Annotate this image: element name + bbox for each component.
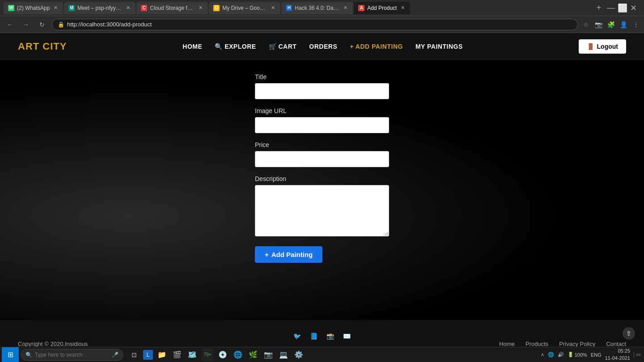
lock-icon: 🔒 [58, 21, 64, 28]
taskbar-search-input[interactable] [35, 352, 109, 358]
nav-item-add-painting[interactable]: + ADD PAINTING [350, 42, 403, 51]
image-url-group: Image URL [255, 107, 389, 133]
nav-item-orders[interactable]: ORDERS [309, 42, 337, 51]
address-bar-row: ← → ↻ 🔒 http://localhost:3000/add-produc… [0, 16, 644, 33]
maximize-button[interactable]: ⬜ [618, 3, 627, 13]
nav-item-my-paintings[interactable]: MY PAINTINGS [415, 42, 463, 51]
plus-icon: + [350, 43, 354, 50]
price-group: Price [255, 141, 389, 167]
language-indicator: ENG [591, 352, 602, 358]
address-bar[interactable]: 🔒 http://localhost:3000/add-product [52, 19, 578, 30]
close-button[interactable]: ✕ [630, 3, 637, 13]
speaker-icon[interactable]: 🔊 [558, 352, 564, 358]
settings-icon[interactable]: ⚙️ [292, 349, 305, 361]
notes-icon[interactable]: L [143, 350, 153, 360]
tab-addproduct[interactable]: AAdd Product✕ [354, 2, 410, 14]
tab-label-drive: My Drive – Google Drive [222, 5, 267, 11]
nav-item-home[interactable]: HOME [182, 42, 202, 51]
counter-icon[interactable]: 79+ [201, 349, 214, 361]
profile-icon[interactable]: 👤 [619, 20, 628, 29]
files-icon[interactable]: 📁 [156, 349, 168, 361]
title-group: Title [255, 73, 389, 99]
logout-button[interactable]: 🚪 Logout [579, 39, 626, 54]
description-label: Description [255, 175, 389, 182]
tab-favicon-whatsapp: W [8, 5, 14, 11]
window-controls: — ⬜ ✕ [607, 3, 637, 13]
browser-icon[interactable]: 🌐 [232, 349, 244, 361]
nav-item-explore[interactable]: 🔍 EXPLORE [215, 42, 256, 51]
add-painting-button[interactable]: + Add Painting [255, 246, 322, 263]
brand-logo[interactable]: ART CITY [18, 41, 67, 52]
tab-close-hack[interactable]: ✕ [342, 5, 348, 11]
add-icon: + [265, 251, 269, 258]
tab-whatsapp[interactable]: W(2) WhatsApp✕ [4, 2, 63, 14]
nav-link-explore[interactable]: 🔍 EXPLORE [215, 43, 256, 50]
tab-favicon-drive: D [213, 5, 220, 11]
tab-favicon-addproduct: A [358, 5, 364, 11]
nav-link-cart[interactable]: 🛒 CART [269, 43, 297, 50]
tab-label-whatsapp: (2) WhatsApp [17, 5, 50, 11]
logout-icon: 🚪 [587, 43, 594, 50]
price-label: Price [255, 141, 389, 148]
new-tab-button[interactable]: + [593, 2, 605, 14]
tab-label-hack: Hack 36 4.0: Dashboard | D... [295, 5, 339, 11]
app9-icon[interactable]: 🌿 [247, 349, 259, 361]
twitter-icon[interactable]: 🐦 [293, 333, 301, 340]
taskbar-app-icons: ⊡ L 📁 🎬 🗺️ 79+ 💿 🌐 🌿 📷 💻 ⚙️ [125, 347, 308, 362]
start-button[interactable]: ⊞ [2, 347, 19, 362]
reload-button[interactable]: ↻ [36, 18, 48, 31]
forward-button[interactable]: → [20, 18, 32, 31]
back-button[interactable]: ← [4, 18, 16, 31]
tab-favicon-meet: M [68, 5, 75, 11]
tab-close-drive[interactable]: ✕ [270, 5, 276, 11]
nav-link-orders[interactable]: ORDERS [309, 43, 337, 50]
title-input[interactable] [255, 83, 389, 99]
minimize-button[interactable]: — [607, 3, 615, 13]
time-display: 05:25 [605, 348, 630, 354]
taskbar-right: ∧ 🌐 🔊 🔋 100% ENG 05:25 11-04-2021 ▭ [541, 348, 644, 362]
show-desktop-icon[interactable]: ▭ [634, 352, 640, 358]
image-url-input[interactable] [255, 117, 389, 133]
bookmark-star-icon[interactable]: ☆ [581, 20, 590, 29]
tab-close-addproduct[interactable]: ✕ [399, 5, 406, 11]
taskbar: ⊞ 🔍 🎤 ⊡ L 📁 🎬 🗺️ 79+ 💿 🌐 🌿 📷 💻 ⚙️ ∧ 🌐 🔊 [0, 347, 644, 362]
scroll-top-button[interactable]: ⇧ [623, 327, 635, 340]
price-input[interactable] [255, 151, 389, 167]
taskview-icon[interactable]: ⊡ [128, 349, 140, 361]
taskbar-clock[interactable]: 05:25 11-04-2021 [605, 348, 630, 362]
nav-links: HOME 🔍 EXPLORE 🛒 CART ORDERS + ADD PAINT… [182, 42, 462, 51]
menu-icon[interactable]: ⋮ [631, 20, 640, 29]
address-icons: ☆ 📷 🧩 👤 ⋮ [581, 20, 640, 29]
facebook-icon[interactable]: 📘 [310, 333, 318, 340]
battery-indicator: 🔋 100% [568, 352, 587, 358]
nav-item-cart[interactable]: 🛒 CART [269, 42, 297, 51]
screenshot-icon[interactable]: 📷 [594, 20, 603, 29]
url-text: http://localhost:3000/add-product [67, 21, 152, 28]
media-icon[interactable]: 🎬 [171, 349, 183, 361]
media-player-icon[interactable]: 💿 [216, 349, 229, 361]
battery-icon: 🔋 [568, 352, 574, 358]
maps-icon[interactable]: 🗺️ [186, 349, 199, 361]
title-label: Title [255, 73, 389, 80]
terminal-icon[interactable]: 💻 [277, 349, 290, 361]
tab-drive[interactable]: DMy Drive – Google Drive✕ [209, 2, 280, 14]
camera-icon[interactable]: 📷 [262, 349, 275, 361]
instagram-icon[interactable]: 📸 [326, 333, 334, 340]
tab-close-cloud[interactable]: ✕ [197, 5, 203, 11]
tab-close-meet[interactable]: ✕ [125, 5, 131, 11]
tab-cloud[interactable]: CCloud Storage for Work an...✕ [136, 2, 208, 14]
nav-link-add-painting[interactable]: + ADD PAINTING [350, 43, 403, 50]
email-icon[interactable]: ✉️ [343, 333, 351, 340]
tab-hack[interactable]: HHack 36 4.0: Dashboard | D...✕ [281, 2, 353, 14]
date-display: 11-04-2021 [605, 355, 630, 362]
browser-chrome: W(2) WhatsApp✕MMeet – psp-nfyy-qjk✕CClou… [0, 0, 644, 16]
image-url-label: Image URL [255, 107, 389, 114]
up-arrow-icon[interactable]: ∧ [541, 352, 544, 358]
nav-link-home[interactable]: HOME [182, 43, 202, 50]
extensions-icon[interactable]: 🧩 [606, 20, 615, 29]
nav-link-my-paintings[interactable]: MY PAINTINGS [415, 43, 463, 50]
tab-close-whatsapp[interactable]: ✕ [52, 5, 59, 11]
description-textarea[interactable] [255, 185, 389, 236]
taskbar-search-box[interactable]: 🔍 🎤 [21, 349, 123, 361]
tab-meet[interactable]: MMeet – psp-nfyy-qjk✕ [64, 2, 136, 14]
